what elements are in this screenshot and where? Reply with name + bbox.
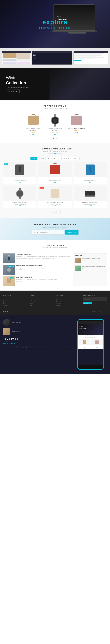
news-item-2: LIFESTYLE Spectacular in lifestyle and M… (3, 265, 71, 274)
filter-tab-bags[interactable]: BAGS (37, 157, 46, 160)
footer-shop-link-5[interactable]: Sale (30, 305, 54, 306)
product-info-1: Jacket All Primed Fashionable Stylish Wo… (3, 177, 36, 184)
footer-shop-link-1[interactable]: All Items (30, 297, 54, 298)
footer-link-home[interactable]: Home (3, 297, 27, 298)
watch-inner-1 (53, 118, 57, 123)
filter-tabs: ALL BAGS ACCESSORIES SHOES MORE (3, 157, 107, 160)
dot-3[interactable] (56, 138, 57, 139)
products-section-subtitle: Buy stylish products in our shop (3, 150, 107, 152)
shop-button[interactable]: SHOP NOW (6, 90, 20, 93)
product-name-1: Jacket All Primed (4, 178, 35, 180)
featured-section-subtitle: Buy stylish products in our shop (3, 108, 107, 109)
phone-hero-title: Winter Collection (79, 326, 102, 329)
product-name-6: Coastal Stylish Wold (75, 202, 106, 204)
newsletter-button[interactable]: SUBSCRIBE (65, 230, 79, 234)
phone-menu-dot-3 (102, 323, 102, 323)
filter-tab-all[interactable]: ALL (30, 157, 37, 160)
featured-item-img-2 (48, 114, 62, 127)
footer-follow-link-4[interactable]: Instagram (56, 303, 81, 304)
footer-shop-link-2[interactable]: Bags (30, 299, 54, 300)
phone-product-price-2: $149 (91, 347, 103, 348)
divider-diamond (54, 110, 56, 111)
head-circle (8, 255, 10, 256)
product-img-3 (74, 162, 107, 177)
footer-dot-2[interactable] (5, 311, 6, 312)
product-sub-1: Fashionable Stylish Wold (4, 180, 35, 181)
newsletter-input[interactable] (31, 230, 64, 234)
news-item-1: The trends of this week Lorem ipsum dolo… (3, 254, 71, 263)
featured-item-price-2: $149 (45, 133, 65, 135)
featured-item-img-3 (69, 114, 84, 127)
home-page-label-section: Home Page VIEW ALL PAGES Lorem ipsum dol… (3, 338, 73, 349)
product-info-3: Coastal Stylish Wold Fashionable Stylish… (74, 177, 107, 184)
footer-grid: EXPLORE Home About Us Shop Blog Contact … (3, 294, 107, 307)
footer-newsletter-button[interactable]: SUBSCRIBE (83, 302, 92, 304)
news-content-2: Spectacular in lifestyle and More trendy… (16, 265, 68, 274)
featured-item-name-3: Vober Jodh Stylish (67, 128, 86, 130)
home-page-sublabel: VIEW ALL PAGES (3, 343, 73, 344)
footer-shop-link-4[interactable]: Shoes (30, 303, 54, 304)
phone-nav: explore (78, 322, 104, 324)
filter-tab-accessories[interactable]: ACCESSORIES (46, 157, 61, 160)
footer-shop-link-3[interactable]: Accessories (30, 301, 54, 302)
hero-section: explore ecommerce Template explore Home … (0, 0, 110, 48)
products-divider-diamond (54, 153, 56, 154)
footer-col-shop: SHOP All Items Bags Accessories Shoes Sa… (30, 294, 54, 307)
footer-follow-link-1[interactable]: Facebook (56, 297, 81, 298)
product-price-3: $89 (75, 181, 106, 183)
footer-dot-3[interactable] (7, 311, 8, 312)
footer-link-shop[interactable]: Shop (3, 301, 27, 302)
newsletter-section: SUBSCRIBE TO OUR NEWSLETTER Lorem ipsum … (0, 218, 110, 240)
dot-2[interactable] (55, 138, 55, 139)
phone-hero: Winter Collection (78, 324, 104, 335)
sidebar-news-text-2: Lorem ipsum dolor sit amet consectetur a… (82, 266, 105, 271)
mobile-product-img-watch (3, 319, 10, 326)
product-img-1: NEW (3, 162, 36, 177)
news-excerpt-3: Lorem ipsum dolor sit amet consectetur a… (16, 279, 58, 280)
footer-bottom: © 2014 Explore. All rights reserved. (3, 309, 107, 312)
sidebar-news-item-1: Lorem ipsum dolor sit amet consectetur D… (75, 258, 106, 264)
featured-section: FEATURED ITEMS Buy stylish products in o… (0, 100, 110, 143)
sidebar-news-img-1 (75, 258, 81, 263)
news-title-3: Best photo of this month (16, 276, 58, 278)
featured-grid: Vober Jodh Very Stylish ★★★★☆ $99 Vober … (3, 114, 107, 135)
product-card-1: NEW Jacket All Primed Fashionable Stylis… (3, 162, 36, 184)
mobile-left: Watch Collection Bag Collection Home Pag… (3, 319, 73, 349)
footer-follow-link-5[interactable]: Google+ (56, 305, 81, 306)
more-button[interactable]: MORE (50, 210, 61, 214)
dot-1[interactable] (53, 138, 54, 139)
footer-link-blog[interactable]: Blog (3, 303, 27, 304)
screenshot-card-1 (2, 51, 31, 65)
blue-jacket-icon (86, 164, 95, 175)
news-item-3: PHOTO Best photo of this month Lorem ips… (3, 276, 71, 286)
watch-icon-1 (51, 116, 59, 124)
product-price-6: $120 (75, 205, 106, 207)
footer-link-about[interactable]: About Us (3, 299, 27, 300)
product-name-2: Fantastic Stylish Wold (39, 178, 71, 180)
product-card-3: Coastal Stylish Wold Fashionable Stylish… (74, 162, 107, 184)
filter-tab-shoes[interactable]: SHOES (61, 157, 71, 160)
news-content-1: The trends of this week Lorem ipsum dolo… (16, 254, 71, 263)
dark-banner-title: Winter Collection (6, 75, 29, 85)
footer-follow-link-2[interactable]: Twitter (56, 299, 81, 300)
filter-tab-more[interactable]: MORE (71, 157, 80, 160)
product-card-5: SALE Coastal Stylish Wold Fashionable St… (38, 186, 72, 208)
phone-menu-dots (100, 323, 102, 323)
product-sub-6: Fashionable Stylish Wold (75, 204, 106, 205)
product-name-3: Coastal Stylish Wold (75, 178, 106, 180)
hero-main-title: explore (39, 19, 71, 26)
footer-col-title-3: FOLLOW (56, 294, 81, 296)
product-card-4: Fashive Stylish Wold Fashionable Stylish… (3, 186, 36, 208)
phone-featured-title: FEATURED ITEMS (78, 335, 104, 337)
footer-follow-link-3[interactable]: Pinterest (56, 301, 81, 302)
phone-product-price: $99 (79, 347, 90, 348)
footer-dot-1[interactable] (3, 311, 4, 312)
products-section-title: PRODUCTS COLLECTIONS (3, 148, 107, 150)
bag-icon-1 (28, 116, 39, 125)
sidebar-news-content-2: Lorem ipsum dolor sit amet consectetur a… (82, 266, 105, 267)
product-name-4: Fashive Stylish Wold (4, 202, 35, 204)
footer-copyright: © 2014 Explore. All rights reserved. (91, 311, 107, 312)
news-section: LATEST NEWS Buy stylish products in our … (0, 240, 110, 290)
footer-newsletter-input[interactable] (83, 297, 107, 301)
footer-link-contact[interactable]: Contact (3, 305, 27, 306)
